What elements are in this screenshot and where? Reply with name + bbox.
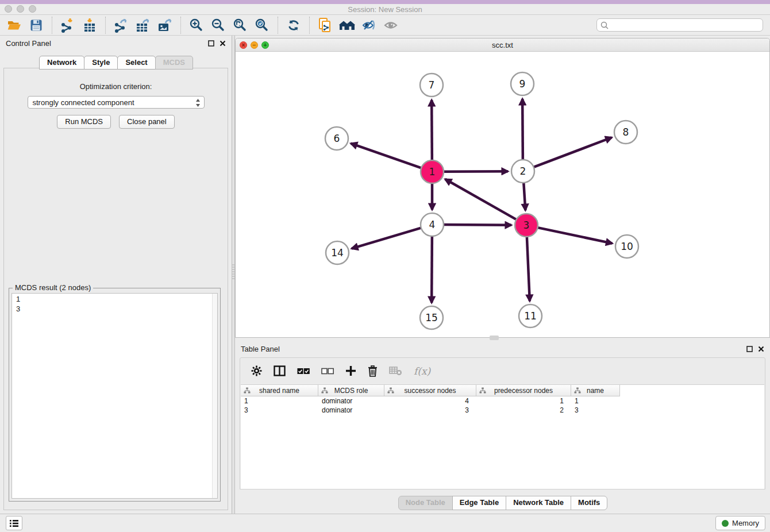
table-container: f(x) shared nameMCDS rolesuccessor nodes… (240, 357, 765, 489)
edge-1-7[interactable] (432, 100, 432, 160)
task-history-button[interactable] (6, 516, 22, 530)
memory-button[interactable]: Memory (715, 516, 765, 530)
zoom-fit-icon[interactable] (230, 16, 250, 34)
table-options-icon[interactable] (251, 365, 262, 376)
cell-predecessor-nodes[interactable]: 2 (476, 406, 571, 415)
cell-name[interactable]: 3 (571, 406, 620, 415)
node-4[interactable]: 4 (421, 213, 444, 236)
node-3[interactable]: 3 (515, 214, 538, 237)
select-all-columns-icon[interactable] (297, 368, 310, 375)
node-10[interactable]: 10 (615, 235, 638, 258)
run-mcds-button[interactable]: Run MCDS (57, 115, 111, 129)
node-14[interactable]: 14 (326, 241, 349, 264)
export-image-icon[interactable] (155, 16, 175, 34)
tab-motifs[interactable]: Motifs (571, 496, 607, 510)
criterion-select[interactable]: strongly connected component (28, 96, 205, 109)
edge-2-3[interactable] (523, 183, 525, 210)
zoom-in-icon[interactable] (187, 16, 206, 34)
edge-3-11[interactable] (527, 237, 530, 301)
cell-shared-name[interactable]: 1 (241, 396, 318, 406)
function-builder-icon[interactable]: f(x) (414, 365, 430, 377)
search-input[interactable] (610, 21, 760, 29)
save-session-icon[interactable] (26, 16, 46, 34)
edge-1-6[interactable] (351, 144, 422, 168)
tab-style[interactable]: Style (84, 56, 118, 70)
show-all-icon[interactable] (381, 16, 401, 34)
tab-mcds[interactable]: MCDS (155, 56, 193, 70)
network-canvas[interactable]: 7968124314101511 (236, 52, 769, 337)
delete-columns-icon[interactable] (368, 365, 378, 377)
table-panel-title: Table Panel (241, 345, 746, 353)
column-header-shared-name[interactable]: shared name (241, 385, 318, 396)
column-header-predecessor-nodes[interactable]: predecessor nodes (476, 385, 571, 396)
first-neighbors-icon[interactable] (337, 16, 357, 34)
node-8[interactable]: 8 (614, 121, 637, 144)
hide-selected-icon[interactable] (359, 16, 379, 34)
network-window-titlebar[interactable]: × − + scc.txt (236, 38, 769, 52)
node-6[interactable]: 6 (325, 127, 348, 150)
edge-4-3[interactable] (444, 225, 511, 225)
edge-3-1[interactable] (445, 179, 517, 219)
edge-4-14[interactable] (352, 228, 421, 249)
node-11[interactable]: 11 (519, 304, 542, 327)
column-header-mcds-role[interactable]: MCDS role (318, 385, 384, 396)
splitter-handle[interactable] (232, 264, 234, 279)
tab-node-table[interactable]: Node Table (398, 496, 453, 510)
edge-3-10[interactable] (538, 228, 613, 243)
table-tabs: Node TableEdge TableNetwork TableMotifs (235, 496, 770, 510)
cell-successor-nodes[interactable]: 4 (384, 396, 476, 406)
refresh-icon[interactable] (284, 16, 303, 34)
open-session-icon[interactable] (5, 16, 24, 34)
edge-1-2[interactable] (444, 171, 508, 172)
node-15[interactable]: 15 (420, 306, 443, 329)
export-table-icon[interactable] (133, 16, 153, 34)
network-minimize-button[interactable]: − (251, 41, 258, 49)
toolbar-separator (309, 17, 310, 34)
network-window-title: scc.txt (492, 41, 513, 49)
node-7[interactable]: 7 (420, 74, 443, 97)
table-row[interactable]: 3dominator323 (241, 406, 764, 415)
delete-table-icon[interactable] (389, 366, 402, 376)
export-network-icon[interactable] (111, 16, 131, 34)
add-column-icon[interactable] (345, 365, 356, 376)
node-1[interactable]: 1 (421, 160, 444, 183)
import-table-icon[interactable] (80, 16, 99, 34)
network-close-button[interactable]: × (240, 41, 247, 49)
show-column-panel-icon[interactable] (274, 365, 286, 376)
tab-edge-table[interactable]: Edge Table (452, 496, 506, 510)
node-9[interactable]: 9 (511, 72, 534, 95)
cell-predecessor-nodes[interactable]: 1 (476, 396, 571, 406)
close-panel-icon[interactable] (220, 40, 226, 47)
cell-successor-nodes[interactable]: 3 (384, 406, 476, 415)
result-scrollbar[interactable] (212, 294, 217, 498)
cell-mcds-role[interactable]: dominator (318, 406, 384, 415)
clone-network-icon[interactable] (315, 16, 335, 34)
zoom-selected-icon[interactable] (252, 16, 272, 34)
edge-4-15[interactable] (432, 236, 432, 303)
titlebar-accent-strip (0, 0, 770, 4)
node-2[interactable]: 2 (511, 160, 534, 183)
edge-2-8[interactable] (534, 137, 612, 167)
float-table-panel-icon[interactable] (746, 346, 753, 352)
float-panel-icon[interactable] (208, 40, 214, 47)
close-panel-button[interactable]: Close panel (119, 115, 175, 129)
table-row[interactable]: 1dominator411 (241, 396, 764, 406)
mcds-result-text[interactable]: 1 3 (11, 293, 218, 499)
tab-network[interactable]: Network (39, 56, 84, 70)
session-title: Session: New Session (0, 5, 770, 14)
edge-2-9[interactable] (522, 99, 523, 160)
cell-mcds-role[interactable]: dominator (318, 396, 384, 406)
zoom-out-icon[interactable] (209, 16, 228, 34)
tab-select[interactable]: Select (117, 56, 155, 70)
column-header-successor-nodes[interactable]: successor nodes (384, 385, 476, 396)
unselect-all-columns-icon[interactable] (321, 368, 334, 375)
column-header-name[interactable]: name (571, 385, 620, 396)
horizontal-splitter-handle[interactable] (490, 336, 499, 340)
tab-network-table[interactable]: Network Table (506, 496, 571, 510)
import-network-icon[interactable] (58, 16, 78, 34)
close-table-panel-icon[interactable] (758, 346, 764, 352)
cell-shared-name[interactable]: 3 (241, 406, 318, 415)
network-zoom-button[interactable]: + (261, 41, 269, 49)
search-field[interactable] (596, 18, 763, 32)
cell-name[interactable]: 1 (571, 396, 620, 406)
